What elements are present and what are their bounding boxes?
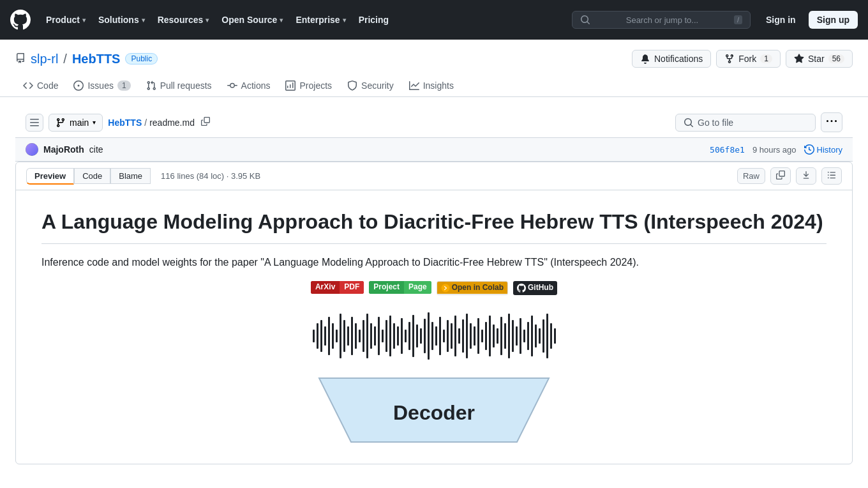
sign-in-button[interactable]: Sign in [758, 11, 804, 28]
repo-title-row: slp-rl / HebTTS Public Notifications For… [15, 50, 853, 68]
tab-pull-requests[interactable]: Pull requests [138, 75, 220, 97]
file-toolbar-right: Raw [737, 167, 842, 185]
svg-rect-6 [332, 323, 334, 349]
sidebar-toggle-button[interactable] [26, 114, 43, 132]
actions-icon [227, 80, 237, 91]
nav-product[interactable]: Product ▾ [41, 11, 91, 29]
security-icon [347, 80, 357, 91]
colab-badge[interactable]: Open in Colab [437, 281, 508, 295]
svg-rect-41 [466, 314, 468, 358]
svg-rect-50 [500, 317, 502, 355]
code-tab-button[interactable]: Code [74, 168, 110, 184]
insights-icon [409, 80, 419, 91]
download-button[interactable] [796, 167, 816, 185]
breadcrumb-repo-link[interactable]: HebTTS [108, 118, 142, 128]
tab-actions[interactable]: Actions [220, 75, 278, 97]
commit-time: 9 hours ago [752, 145, 797, 155]
tab-issues[interactable]: Issues 1 [66, 75, 138, 97]
main-container: main ▾ HebTTS / readme.md Go to file [0, 97, 868, 488]
branch-selector[interactable]: main ▾ [49, 114, 103, 132]
svg-rect-59 [535, 324, 537, 347]
copy-file-button[interactable] [770, 167, 791, 185]
svg-rect-25 [405, 330, 407, 342]
svg-rect-1 [313, 330, 315, 342]
repo-tabs: Code Issues 1 Pull requests Actions Proj… [15, 75, 853, 96]
breadcrumb: HebTTS / readme.md [108, 115, 214, 130]
svg-rect-15 [366, 314, 368, 358]
svg-rect-7 [336, 330, 338, 342]
svg-rect-12 [355, 323, 357, 349]
fork-icon [724, 54, 735, 64]
svg-rect-9 [343, 320, 345, 352]
search-shortcut-badge: / [734, 15, 742, 24]
svg-rect-3 [320, 320, 322, 352]
svg-rect-29 [420, 328, 422, 344]
fork-count: 1 [760, 54, 772, 63]
search-box[interactable]: Search or jump to... / [572, 11, 751, 29]
svg-rect-60 [539, 328, 541, 344]
svg-rect-19 [382, 330, 384, 342]
tab-code[interactable]: Code [15, 75, 66, 97]
site-header: Product ▾ Solutions ▾ Resources ▾ Open S… [0, 0, 868, 40]
svg-rect-4 [324, 326, 326, 346]
star-icon [794, 54, 804, 64]
arxiv-badge[interactable]: ArXiv PDF [311, 281, 364, 294]
commit-author[interactable]: MajoRoth [43, 144, 84, 155]
nav-pricing[interactable]: Pricing [354, 11, 394, 29]
chevron-down-icon: ▾ [142, 17, 145, 24]
commit-message[interactable]: cite [89, 144, 103, 155]
star-button[interactable]: Star 56 [786, 50, 853, 68]
blame-tab-button[interactable]: Blame [110, 168, 151, 184]
svg-rect-24 [401, 318, 403, 354]
raw-button[interactable]: Raw [737, 168, 765, 184]
svg-rect-40 [462, 319, 464, 353]
more-options-icon [827, 116, 837, 126]
history-button[interactable]: History [804, 144, 842, 155]
svg-rect-34 [439, 317, 441, 355]
project-badge[interactable]: Project Page [369, 281, 431, 294]
github-badge[interactable]: GitHub [513, 281, 557, 295]
chevron-down-icon: ▾ [82, 17, 86, 24]
tab-projects[interactable]: Projects [278, 75, 340, 97]
svg-rect-45 [481, 330, 483, 342]
repo-actions: Notifications Fork 1 Star 56 [632, 50, 853, 68]
sign-up-button[interactable]: Sign up [809, 11, 858, 29]
sidebar-icon [29, 118, 40, 128]
repo-owner-link[interactable]: slp-rl [31, 52, 58, 66]
go-to-file-button[interactable]: Go to file [675, 114, 816, 132]
nav-open-source[interactable]: Open Source ▾ [216, 11, 288, 29]
commit-hash[interactable]: 506f8e1 [710, 145, 745, 155]
svg-rect-47 [489, 316, 491, 356]
history-icon [804, 144, 814, 155]
colab-icon [441, 284, 450, 293]
nav-resources[interactable]: Resources ▾ [153, 11, 214, 29]
svg-rect-10 [347, 326, 349, 346]
nav-enterprise[interactable]: Enterprise ▾ [290, 11, 350, 29]
copy-path-button[interactable] [197, 115, 214, 130]
notifications-button[interactable]: Notifications [632, 50, 711, 68]
fork-button[interactable]: Fork 1 [716, 50, 781, 68]
svg-text:Decoder: Decoder [393, 401, 475, 424]
file-nav-bar: main ▾ HebTTS / readme.md Go to file [15, 107, 853, 138]
readme-title: A Language Modeling Approach to Diacriti… [41, 206, 827, 244]
repo-name-link[interactable]: HebTTS [72, 52, 121, 66]
preview-tab-button[interactable]: Preview [26, 168, 74, 185]
tab-insights[interactable]: Insights [401, 75, 461, 97]
svg-rect-43 [474, 326, 475, 346]
svg-rect-18 [378, 317, 380, 355]
commit-row: MajoRoth cite 506f8e1 9 hours ago Histor… [15, 138, 853, 162]
outline-button[interactable] [821, 167, 842, 185]
github-logo[interactable] [10, 10, 31, 30]
more-options-button[interactable] [821, 112, 842, 132]
svg-rect-38 [454, 316, 456, 356]
svg-rect-51 [504, 323, 506, 349]
svg-point-0 [441, 284, 449, 292]
main-nav: Product ▾ Solutions ▾ Resources ▾ Open S… [41, 11, 394, 29]
svg-rect-22 [393, 323, 395, 349]
svg-rect-14 [363, 320, 364, 352]
tab-security[interactable]: Security [340, 75, 401, 97]
svg-rect-30 [424, 319, 426, 353]
svg-rect-58 [531, 316, 533, 356]
repo-content: main ▾ HebTTS / readme.md Go to file [0, 97, 868, 475]
nav-solutions[interactable]: Solutions ▾ [93, 11, 150, 29]
